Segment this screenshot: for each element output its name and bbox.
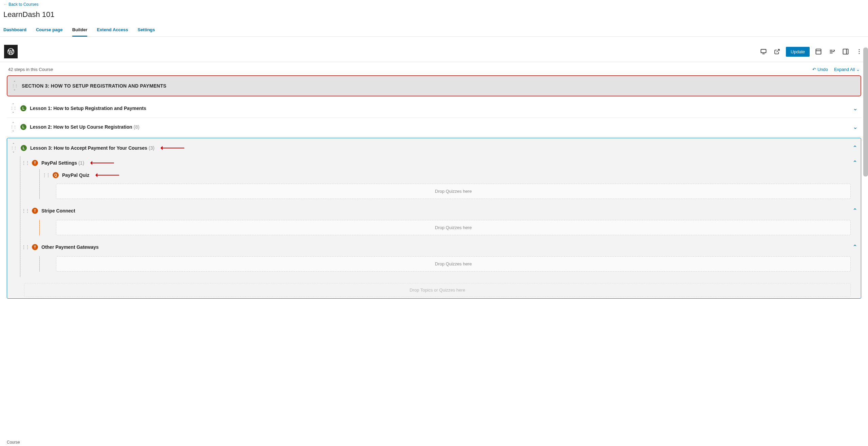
- lesson-2-row[interactable]: ⌃⋮⋮⌄ L Lesson 2: How to Set Up Course Re…: [7, 118, 861, 136]
- topic-paypal-row[interactable]: ⋮⋮ T PayPal Settings (1): [20, 156, 857, 169]
- lesson-3-expanded: ⌃⋮⋮⌄ L Lesson 3: How to Accept Payment f…: [7, 138, 861, 299]
- annotation-arrow-icon: [157, 147, 184, 149]
- scrollbar[interactable]: [863, 48, 868, 176]
- expand-all-link[interactable]: Expand All ⌄: [834, 67, 860, 72]
- external-link-icon[interactable]: [772, 47, 782, 56]
- section-title: SECTION 3: HOW TO SETUP REGISTRATION AND…: [22, 83, 166, 89]
- svg-point-9: [859, 53, 860, 54]
- back-to-courses-link[interactable]: Back to Courses: [0, 0, 42, 9]
- lesson-badge-icon: L: [21, 145, 27, 151]
- quiz-badge-icon: Q: [53, 172, 59, 178]
- drag-handle-icon[interactable]: ⌃⋮⋮⌄: [11, 143, 17, 153]
- lesson-badge-icon: L: [20, 124, 26, 130]
- svg-rect-0: [761, 49, 766, 53]
- lesson-1-title: Lesson 1: How to Setup Registration and …: [30, 106, 146, 111]
- chevron-up-icon[interactable]: [852, 159, 857, 167]
- undo-link[interactable]: Undo: [812, 67, 828, 72]
- topic-badge-icon: T: [32, 244, 38, 250]
- chevron-up-icon[interactable]: [852, 243, 857, 251]
- topic-paypal-title: PayPal Settings (1): [41, 160, 84, 166]
- svg-point-8: [859, 51, 860, 52]
- topic-badge-icon: T: [32, 160, 38, 166]
- drag-handle-icon[interactable]: ⋮⋮: [22, 245, 29, 249]
- drop-topics-quizzes-zone[interactable]: Drop Topics or Quizzes here: [24, 283, 851, 297]
- drag-handle-icon[interactable]: ⋮⋮: [42, 173, 50, 178]
- tabs-nav: Dashboard Course page Builder Extend Acc…: [0, 24, 868, 37]
- tab-course-page[interactable]: Course page: [36, 24, 63, 36]
- svg-line-2: [777, 49, 779, 52]
- drag-handle-icon[interactable]: ⌃⋮⋮⌄: [10, 103, 16, 113]
- lesson-3-title: Lesson 3: How to Accept Payment for Your…: [30, 145, 154, 151]
- svg-point-7: [859, 49, 860, 50]
- annotation-arrow-icon: [92, 174, 119, 176]
- chevron-down-icon[interactable]: [853, 123, 858, 131]
- section-header-row[interactable]: ⌃⋮⋮⌄ SECTION 3: HOW TO SETUP REGISTRATIO…: [7, 75, 861, 96]
- course-title: LearnDash 101: [0, 9, 868, 24]
- steps-count-text: 42 steps in this Course: [8, 67, 53, 72]
- drag-handle-icon[interactable]: ⌃⋮⋮⌄: [12, 81, 18, 91]
- topic-other-title: Other Payment Gateways: [41, 244, 99, 250]
- chevron-up-icon[interactable]: [852, 207, 857, 215]
- wordpress-logo-icon[interactable]: [4, 45, 18, 58]
- chevron-down-icon[interactable]: [853, 105, 858, 112]
- topic-stripe-title: Stripe Connect: [41, 208, 75, 213]
- topic-badge-icon: T: [32, 208, 38, 214]
- lesson-badge-icon: L: [20, 105, 26, 111]
- drop-quizzes-zone[interactable]: Drop Quizzes here: [56, 220, 851, 235]
- drag-handle-icon[interactable]: ⋮⋮: [22, 208, 29, 213]
- drag-handle-icon[interactable]: ⌃⋮⋮⌄: [10, 122, 16, 132]
- editor-toolbar: Update: [0, 41, 868, 62]
- sidebar-toggle-icon[interactable]: [841, 47, 850, 56]
- svg-rect-3: [816, 49, 821, 54]
- quiz-paypal-row[interactable]: ⋮⋮ Q PayPal Quiz: [41, 169, 857, 181]
- lesson-2-title: Lesson 2: How to Set Up Course Registrat…: [30, 124, 139, 130]
- desktop-view-icon[interactable]: [759, 47, 768, 56]
- lesson-3-row[interactable]: ⌃⋮⋮⌄ L Lesson 3: How to Accept Payment f…: [11, 143, 857, 153]
- learndash-panel-icon[interactable]: [827, 47, 837, 56]
- settings-panel-icon[interactable]: [814, 47, 823, 56]
- tab-extend-access[interactable]: Extend Access: [97, 24, 128, 36]
- tab-builder[interactable]: Builder: [72, 24, 88, 36]
- annotation-arrow-icon: [87, 162, 114, 164]
- svg-rect-5: [843, 49, 848, 54]
- topic-other-row[interactable]: ⋮⋮ T Other Payment Gateways: [20, 241, 857, 254]
- drag-handle-icon[interactable]: ⋮⋮: [22, 161, 29, 165]
- update-button[interactable]: Update: [786, 47, 810, 57]
- chevron-up-icon[interactable]: [852, 144, 857, 152]
- drop-quizzes-zone[interactable]: Drop Quizzes here: [56, 184, 851, 199]
- topic-stripe-row[interactable]: ⋮⋮ T Stripe Connect: [20, 204, 857, 217]
- tab-dashboard[interactable]: Dashboard: [3, 24, 26, 36]
- quiz-paypal-title: PayPal Quiz: [62, 172, 89, 178]
- tab-settings[interactable]: Settings: [137, 24, 155, 36]
- drop-quizzes-zone[interactable]: Drop Quizzes here: [56, 256, 851, 272]
- more-options-icon[interactable]: [854, 47, 864, 56]
- lesson-1-row[interactable]: ⌃⋮⋮⌄ L Lesson 1: How to Setup Registrati…: [7, 99, 861, 118]
